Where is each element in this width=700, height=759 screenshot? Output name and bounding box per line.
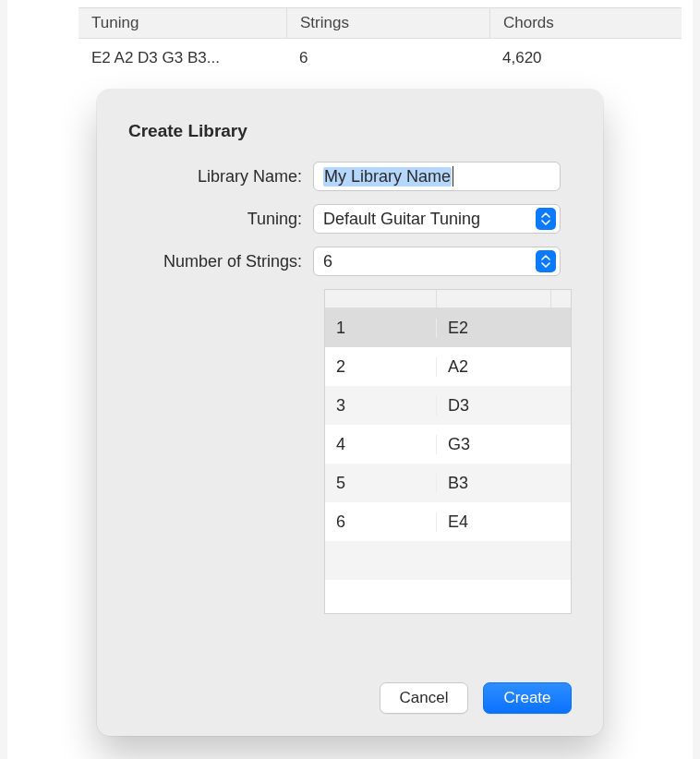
column-header-chords[interactable]: Chords <box>489 8 682 38</box>
strings-cell-index: 1 <box>325 319 436 338</box>
num-strings-select[interactable]: 6 <box>313 247 561 276</box>
num-strings-label: Number of Strings: <box>128 252 313 271</box>
updown-stepper-icon[interactable] <box>536 250 556 272</box>
create-library-dialog: Create Library Library Name: My Library … <box>97 90 603 736</box>
bg-gutter-right <box>693 0 700 759</box>
library-name-label: Library Name: <box>128 167 313 187</box>
strings-table-row[interactable]: 6E4 <box>325 502 571 541</box>
library-name-input[interactable]: My Library Name <box>313 162 561 191</box>
strings-table-row[interactable] <box>325 541 571 580</box>
strings-cell-note: G3 <box>436 435 550 454</box>
dialog-footer: Cancel Create <box>380 682 572 714</box>
cell-chords: 4,620 <box>489 49 682 67</box>
strings-cell-note: E2 <box>436 319 550 338</box>
strings-col-index <box>325 290 436 307</box>
strings-col-note <box>436 290 550 307</box>
strings-cell-note: B3 <box>436 474 550 493</box>
strings-table-row[interactable]: 3D3 <box>325 386 571 425</box>
strings-table-header <box>325 290 571 308</box>
strings-cell-index: 4 <box>325 435 436 454</box>
dialog-title: Create Library <box>128 121 572 141</box>
library-table-row[interactable]: E2 A2 D3 G3 B3... 6 4,620 <box>78 39 682 78</box>
tuning-select-value: Default Guitar Tuning <box>323 210 480 229</box>
column-header-strings[interactable]: Strings <box>286 8 489 38</box>
strings-col-spacer <box>550 290 571 307</box>
cancel-button[interactable]: Cancel <box>380 682 468 714</box>
cell-tuning: E2 A2 D3 G3 B3... <box>78 49 286 67</box>
strings-table-row[interactable] <box>325 580 571 614</box>
strings-cell-index: 3 <box>325 396 436 416</box>
strings-cell-index: 6 <box>325 512 436 532</box>
column-header-tuning[interactable]: Tuning <box>78 8 286 38</box>
strings-table-row[interactable]: 5B3 <box>325 464 571 502</box>
strings-cell-index: 2 <box>325 357 436 377</box>
library-name-value: My Library Name <box>323 167 452 187</box>
strings-cell-note: D3 <box>436 396 550 416</box>
text-caret-icon <box>453 166 453 187</box>
strings-table[interactable]: 1E22A23D34G35B36E4 <box>324 289 572 614</box>
strings-cell-note: A2 <box>436 357 550 377</box>
strings-table-row[interactable]: 2A2 <box>325 347 571 386</box>
num-strings-select-value: 6 <box>323 252 332 271</box>
library-table-header: Tuning Strings Chords <box>78 7 682 39</box>
tuning-label: Tuning: <box>128 210 313 229</box>
strings-table-row[interactable]: 4G3 <box>325 425 571 464</box>
cell-strings: 6 <box>286 49 489 67</box>
strings-table-body: 1E22A23D34G35B36E4 <box>325 308 571 614</box>
strings-table-row[interactable]: 1E2 <box>325 308 571 347</box>
bg-gutter-left <box>0 0 7 759</box>
create-button[interactable]: Create <box>483 682 572 714</box>
strings-cell-index: 5 <box>325 474 436 493</box>
tuning-select[interactable]: Default Guitar Tuning <box>313 204 561 234</box>
strings-cell-note: E4 <box>436 512 550 532</box>
library-table: Tuning Strings Chords E2 A2 D3 G3 B3... … <box>78 7 682 78</box>
updown-stepper-icon[interactable] <box>536 208 556 230</box>
